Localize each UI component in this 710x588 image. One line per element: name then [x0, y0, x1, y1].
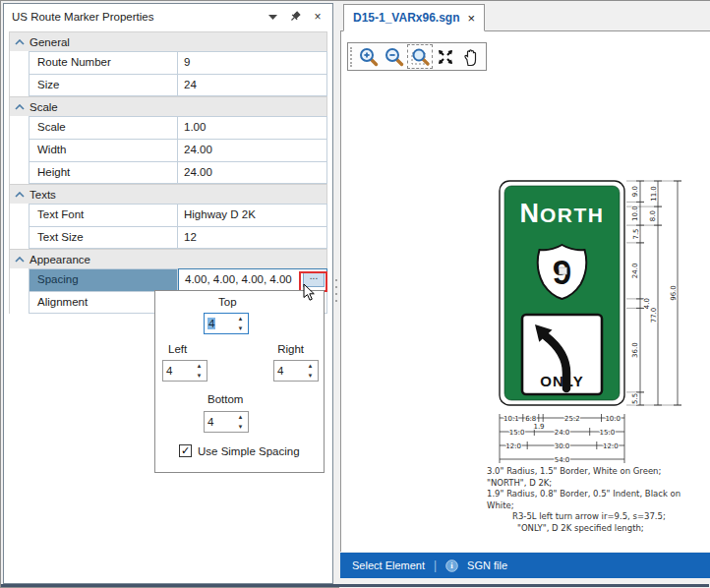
status-file-type: SGN file	[467, 559, 507, 571]
note-line: "NORTH", D 2K;	[487, 478, 709, 490]
stepper-up-icon[interactable]: ▲	[233, 412, 248, 422]
zoom-fit-icon[interactable]	[433, 44, 458, 69]
spacing-value-field[interactable]: 4.00, 4.00, 4.00, 4.00 ...	[178, 268, 327, 291]
sign-drawing[interactable]: NORTH 9 ONLY	[455, 174, 710, 469]
property-row-size[interactable]: Size 24	[9, 74, 327, 96]
property-label: Route Number	[29, 51, 178, 74]
group-header-scale[interactable]: Scale	[9, 96, 327, 116]
group-header-texts[interactable]: Texts	[9, 184, 327, 204]
svg-text:15.0: 15.0	[509, 429, 525, 437]
window-bottom-edge	[1, 584, 709, 587]
svg-text:5.5: 5.5	[632, 393, 640, 404]
right-spacing-label: Right	[277, 343, 304, 355]
property-row-spacing[interactable]: Spacing 4.00, 4.00, 4.00, 4.00 ...	[9, 268, 327, 291]
status-separator: |	[434, 559, 437, 572]
status-bar: Select Element | i SGN file	[340, 553, 710, 578]
use-simple-spacing-row[interactable]: ✓ Use Simple Spacing	[179, 444, 300, 457]
property-label: Width	[29, 139, 178, 161]
property-label: Height	[29, 161, 178, 184]
zoom-out-icon[interactable]	[382, 44, 407, 69]
status-mode: Select Element	[352, 559, 425, 571]
property-value[interactable]: 1.00	[178, 116, 327, 139]
left-spacing-stepper[interactable]: 4 ▲▼	[162, 360, 207, 382]
property-value[interactable]: 24	[178, 74, 327, 96]
property-label: Size	[29, 74, 178, 96]
svg-text:12.0: 12.0	[603, 442, 619, 450]
svg-text:10.0: 10.0	[632, 206, 640, 221]
svg-text:25.2: 25.2	[564, 415, 580, 423]
collapse-chevron-icon[interactable]	[10, 192, 30, 198]
right-spacing-value: 4	[274, 361, 303, 381]
stepper-down-icon[interactable]: ▼	[303, 371, 318, 381]
spacing-popup: Top 4 ▲▼ Left Right 4 ▲▼ 4 ▲▼ Bottom 4 ▲…	[154, 290, 325, 473]
property-row-height[interactable]: Height 24.00	[9, 161, 327, 184]
property-label: Text Size	[29, 226, 178, 249]
property-row-width[interactable]: Width 24.00	[9, 139, 327, 161]
svg-text:8.0: 8.0	[650, 210, 658, 221]
pan-hand-icon[interactable]	[458, 44, 484, 69]
svg-text:30.0: 30.0	[555, 442, 570, 450]
left-turn-arrow	[546, 336, 566, 388]
property-row-scale[interactable]: Scale 1.00	[9, 116, 327, 139]
tab-title: D15-1_VARx96.sgn	[353, 11, 460, 25]
info-icon: i	[445, 559, 458, 572]
note-line: 1.9" Radius, 0.8" Border, 0.5" Indent, B…	[487, 489, 709, 511]
property-value[interactable]: 9	[178, 51, 327, 74]
svg-text:77.0: 77.0	[650, 308, 658, 323]
group-label: Appearance	[30, 254, 90, 265]
property-value[interactable]: 12	[178, 226, 327, 249]
property-row-route-number[interactable]: Route Number 9	[9, 51, 327, 74]
property-row-text-font[interactable]: Text Font Highway D 2K	[9, 204, 327, 226]
svg-text:15.0: 15.0	[600, 429, 616, 437]
left-spacing-value: 4	[163, 361, 192, 381]
close-icon[interactable]: ×	[311, 10, 325, 24]
svg-text:36.0: 36.0	[632, 342, 640, 358]
stepper-up-icon[interactable]: ▲	[233, 314, 248, 323]
svg-text:1.9: 1.9	[533, 423, 544, 431]
us-route-shield[interactable]: 9	[538, 245, 586, 299]
use-simple-spacing-label: Use Simple Spacing	[198, 445, 300, 457]
top-spacing-value: 4	[207, 318, 215, 329]
stepper-up-icon[interactable]: ▲	[192, 361, 207, 371]
tab-close-icon[interactable]: ×	[468, 11, 476, 26]
zoom-in-icon[interactable]	[356, 44, 382, 69]
bottom-spacing-stepper[interactable]: 4 ▲▼	[204, 411, 249, 433]
stepper-down-icon[interactable]: ▼	[233, 323, 248, 333]
stepper-up-icon[interactable]: ▲	[303, 361, 318, 371]
window-menu-chevron-icon[interactable]	[266, 10, 279, 24]
collapse-chevron-icon[interactable]	[10, 39, 30, 45]
drawing-canvas[interactable]: NORTH 9 ONLY	[340, 30, 710, 552]
svg-text:7.5: 7.5	[632, 228, 640, 239]
document-tab[interactable]: D15-1_VARx96.sgn ×	[343, 4, 485, 31]
property-value[interactable]: Highway D 2K	[178, 204, 327, 226]
stepper-down-icon[interactable]: ▼	[233, 422, 248, 432]
left-turn-panel[interactable]: ONLY	[522, 315, 602, 394]
collapse-chevron-icon[interactable]	[10, 104, 30, 110]
group-header-appearance[interactable]: Appearance	[9, 249, 327, 268]
right-spacing-stepper[interactable]: 4 ▲▼	[273, 360, 319, 382]
north-text: NORTH	[520, 199, 605, 228]
property-value[interactable]: 24.00	[178, 161, 327, 184]
property-row-text-size[interactable]: Text Size 12	[9, 226, 327, 249]
top-spacing-stepper[interactable]: 4 ▲▼	[204, 313, 249, 334]
group-label: General	[30, 36, 70, 48]
guide-sign[interactable]: NORTH 9 ONLY	[500, 181, 624, 405]
stepper-down-icon[interactable]: ▼	[192, 371, 207, 381]
svg-text:11.0: 11.0	[650, 186, 658, 202]
svg-text:96.0: 96.0	[670, 285, 678, 301]
note-line: 3.0" Radius, 1.5" Border, White on Green…	[487, 466, 709, 478]
property-value[interactable]: 24.00	[178, 139, 327, 161]
panel-splitter[interactable]	[332, 279, 339, 313]
collapse-chevron-icon[interactable]	[10, 257, 30, 263]
svg-text:9.0: 9.0	[632, 186, 640, 197]
app-window: US Route Marker Properties × General Rou…	[0, 0, 710, 588]
note-line: R3-5L left turn arrow ir=9.5, s=37.5;	[487, 511, 709, 523]
pin-icon[interactable]	[288, 10, 302, 24]
spacing-ellipsis-button[interactable]: ...	[303, 271, 325, 287]
toolbar-grip[interactable]	[350, 47, 354, 67]
zoom-window-icon[interactable]	[407, 44, 433, 69]
group-header-general[interactable]: General	[9, 31, 327, 51]
property-label: Scale	[29, 116, 178, 139]
left-spacing-label: Left	[168, 343, 187, 355]
use-simple-spacing-checkbox[interactable]: ✓	[179, 444, 192, 457]
